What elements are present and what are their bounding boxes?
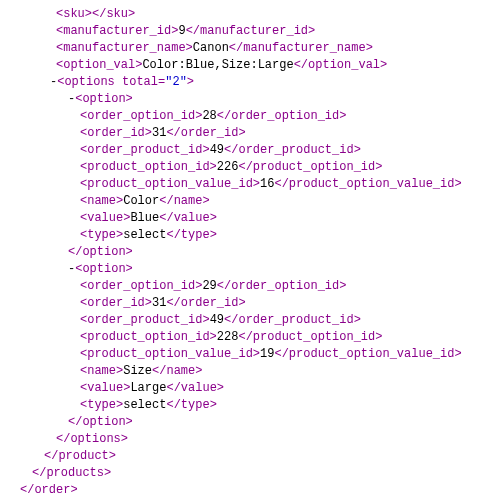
xml-line: <name>Color</name>: [0, 193, 500, 210]
xml-line: <value>Large</value>: [0, 380, 500, 397]
xml-attr-name: total=: [122, 75, 165, 89]
xml-tag: <sku>: [56, 7, 92, 21]
xml-line: <order_product_id>49</order_product_id>: [0, 142, 500, 159]
xml-tag: </value>: [166, 381, 224, 395]
xml-text: 49: [210, 313, 224, 327]
xml-tag: </order_product_id>: [224, 313, 361, 327]
xml-line: <product_option_id>226</product_option_i…: [0, 159, 500, 176]
xml-line: </product>: [0, 448, 500, 465]
xml-tag: </order_option_id>: [217, 109, 347, 123]
xml-tag: </manufacturer_id>: [186, 24, 316, 38]
xml-line: <type>select</type>: [0, 227, 500, 244]
xml-line: <name>Size</name>: [0, 363, 500, 380]
xml-tag: <product_option_value_id>: [80, 347, 260, 361]
xml-tag: </manufacturer_name>: [229, 41, 373, 55]
xml-line: -<option>: [0, 261, 500, 278]
xml-text: Size: [123, 364, 152, 378]
xml-line: <product_option_value_id>16</product_opt…: [0, 176, 500, 193]
xml-tag: </product_option_value_id>: [274, 347, 461, 361]
xml-tag: </option>: [68, 245, 133, 259]
xml-tag: </product_option_value_id>: [274, 177, 461, 191]
xml-tag: <order_product_id>: [80, 143, 210, 157]
xml-text: 16: [260, 177, 274, 191]
xml-tag: </options>: [56, 432, 128, 446]
xml-tag: <manufacturer_id>: [56, 24, 178, 38]
xml-text: 49: [210, 143, 224, 157]
xml-line: <order_product_id>49</order_product_id>: [0, 312, 500, 329]
xml-tag: </option>: [68, 415, 133, 429]
xml-line: </products>: [0, 465, 500, 482]
xml-line: </options>: [0, 431, 500, 448]
xml-text: select: [123, 398, 166, 412]
xml-tag: </order_option_id>: [217, 279, 347, 293]
xml-text: Canon: [193, 41, 229, 55]
xml-line: -<options total="2">: [0, 74, 500, 91]
xml-line: <option_val>Color:Blue,Size:Large</optio…: [0, 57, 500, 74]
xml-tag: <product_option_id>: [80, 330, 217, 344]
xml-tag: </type>: [166, 228, 216, 242]
xml-text: 19: [260, 347, 274, 361]
xml-tag: </order>: [20, 483, 78, 497]
xml-tag: <value>: [80, 211, 130, 225]
xml-line: </order>: [0, 482, 500, 499]
xml-tag: </type>: [166, 398, 216, 412]
xml-text: Color: [123, 194, 159, 208]
xml-tag: >: [187, 75, 194, 89]
xml-tag: <product_option_id>: [80, 160, 217, 174]
xml-tag: <manufacturer_name>: [56, 41, 193, 55]
xml-tag: <option_val>: [56, 58, 142, 72]
xml-text: 226: [217, 160, 239, 174]
xml-attr-value: "2": [165, 75, 187, 89]
xml-text: 228: [217, 330, 239, 344]
xml-line: <product_option_id>228</product_option_i…: [0, 329, 500, 346]
xml-text: 9: [178, 24, 185, 38]
xml-text: 29: [202, 279, 216, 293]
xml-text: Large: [130, 381, 166, 395]
xml-line: <order_option_id>28</order_option_id>: [0, 108, 500, 125]
xml-tag: </name>: [152, 364, 202, 378]
xml-tag: <type>: [80, 228, 123, 242]
xml-tag: <order_option_id>: [80, 109, 202, 123]
xml-tag: <option>: [75, 92, 133, 106]
xml-text: 31: [152, 126, 166, 140]
xml-line: </option>: [0, 414, 500, 431]
xml-tag: <order_option_id>: [80, 279, 202, 293]
xml-tag: <name>: [80, 364, 123, 378]
xml-tag: </sku>: [92, 7, 135, 21]
xml-line: <type>select</type>: [0, 397, 500, 414]
xml-tag: </order_product_id>: [224, 143, 361, 157]
xml-text: Blue: [130, 211, 159, 225]
xml-tag: </value>: [159, 211, 217, 225]
xml-tag: <value>: [80, 381, 130, 395]
xml-tag: <option>: [75, 262, 133, 276]
xml-text: select: [123, 228, 166, 242]
xml-tag: <order_product_id>: [80, 313, 210, 327]
xml-text: 28: [202, 109, 216, 123]
xml-text: 31: [152, 296, 166, 310]
xml-tag: <type>: [80, 398, 123, 412]
xml-line: <order_option_id>29</order_option_id>: [0, 278, 500, 295]
xml-line: <product_option_value_id>19</product_opt…: [0, 346, 500, 363]
xml-tag: <order_id>: [80, 126, 152, 140]
xml-tag: </name>: [159, 194, 209, 208]
xml-tag: <options: [57, 75, 122, 89]
xml-tag: </product_option_id>: [238, 160, 382, 174]
xml-line: <manufacturer_id>9</manufacturer_id>: [0, 23, 500, 40]
xml-tag: </product>: [44, 449, 116, 463]
xml-tag: <order_id>: [80, 296, 152, 310]
xml-tag: </product_option_id>: [238, 330, 382, 344]
xml-line: <order_id>31</order_id>: [0, 295, 500, 312]
xml-tag: <product_option_value_id>: [80, 177, 260, 191]
xml-line: <order_id>31</order_id>: [0, 125, 500, 142]
xml-tag: </order_id>: [166, 126, 245, 140]
xml-line: -<option>: [0, 91, 500, 108]
xml-line: </option>: [0, 244, 500, 261]
xml-tree-view: <sku></sku><manufacturer_id>9</manufactu…: [0, 6, 500, 500]
xml-line: <manufacturer_name>Canon</manufacturer_n…: [0, 40, 500, 57]
xml-line: <sku></sku>: [0, 6, 500, 23]
xml-tag: <name>: [80, 194, 123, 208]
xml-text: Color:Blue,Size:Large: [142, 58, 293, 72]
xml-line: <value>Blue</value>: [0, 210, 500, 227]
xml-tag: </products>: [32, 466, 111, 480]
xml-tag: </order_id>: [166, 296, 245, 310]
